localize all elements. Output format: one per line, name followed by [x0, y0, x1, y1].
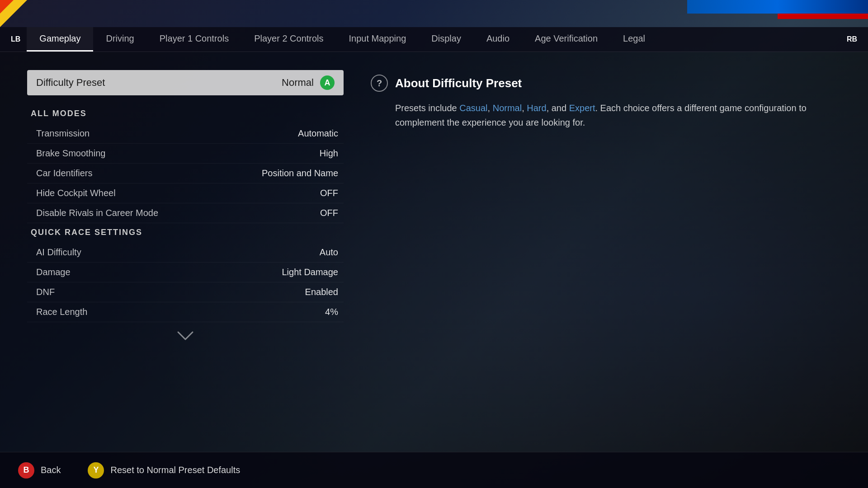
reset-action[interactable]: Y Reset to Normal Preset Defaults: [88, 462, 240, 479]
setting-row-car-identifiers[interactable]: Car Identifiers Position and Name: [27, 164, 344, 183]
tab-inputmapping[interactable]: Input Mapping: [336, 27, 419, 52]
transmission-label: Transmission: [36, 128, 90, 139]
info-link-normal: Normal: [493, 103, 522, 113]
all-modes-section-header: ALL MODES: [27, 104, 344, 122]
info-body-prefix: Presets include: [395, 103, 459, 113]
tab-legal[interactable]: Legal: [610, 27, 658, 52]
disable-rivals-value: OFF: [320, 208, 338, 218]
race-length-value: 4%: [325, 307, 338, 317]
dnf-value: Enabled: [305, 287, 338, 297]
ai-difficulty-value: Auto: [320, 247, 338, 258]
top-left-decoration: [0, 0, 27, 27]
back-action[interactable]: B Back: [18, 462, 61, 479]
difficulty-preset-value: Normal A: [282, 75, 335, 90]
info-body: Presets include Casual, Normal, Hard, an…: [371, 101, 841, 130]
info-panel: ? About Difficulty Preset Presets includ…: [371, 70, 841, 434]
tab-audio[interactable]: Audio: [474, 27, 522, 52]
rb-button[interactable]: RB: [840, 27, 863, 52]
info-and-text: , and: [547, 103, 569, 113]
brake-smoothing-value: High: [320, 148, 338, 159]
info-link-hard: Hard: [527, 103, 546, 113]
setting-row-race-length[interactable]: Race Length 4%: [27, 302, 344, 322]
info-link-casual: Casual: [459, 103, 487, 113]
bottom-bar: B Back Y Reset to Normal Preset Defaults: [0, 452, 868, 488]
disable-rivals-label: Disable Rivals in Career Mode: [36, 208, 158, 218]
hide-cockpit-wheel-value: OFF: [320, 188, 338, 198]
tab-player2controls[interactable]: Player 2 Controls: [241, 27, 336, 52]
car-identifiers-value: Position and Name: [262, 168, 338, 178]
info-title: About Difficulty Preset: [395, 76, 522, 90]
settings-panel: Difficulty Preset Normal A ALL MODES Tra…: [27, 70, 344, 434]
top-right-decoration: [687, 0, 868, 14]
damage-label: Damage: [36, 267, 71, 277]
dnf-label: DNF: [36, 287, 55, 297]
a-button[interactable]: A: [320, 75, 335, 90]
back-label: Back: [41, 465, 61, 475]
tab-gameplay[interactable]: Gameplay: [27, 27, 93, 52]
info-comma1: ,: [488, 103, 493, 113]
difficulty-preset-current-value: Normal: [282, 77, 314, 89]
difficulty-preset-label: Difficulty Preset: [36, 77, 105, 89]
car-identifiers-label: Car Identifiers: [36, 168, 93, 178]
hide-cockpit-wheel-label: Hide Cockpit Wheel: [36, 188, 116, 198]
setting-row-disable-rivals[interactable]: Disable Rivals in Career Mode OFF: [27, 203, 344, 223]
b-button[interactable]: B: [18, 462, 34, 479]
setting-row-damage[interactable]: Damage Light Damage: [27, 263, 344, 282]
setting-row-brake-smoothing[interactable]: Brake Smoothing High: [27, 144, 344, 164]
tab-display[interactable]: Display: [419, 27, 474, 52]
damage-value: Light Damage: [282, 267, 338, 277]
tab-driving[interactable]: Driving: [93, 27, 146, 52]
quick-race-section-header: QUICK RACE SETTINGS: [27, 223, 344, 241]
ai-difficulty-label: AI Difficulty: [36, 247, 81, 258]
setting-row-hide-cockpit-wheel[interactable]: Hide Cockpit Wheel OFF: [27, 183, 344, 203]
info-link-expert: Expert: [569, 103, 595, 113]
reset-label: Reset to Normal Preset Defaults: [110, 465, 240, 475]
setting-row-dnf[interactable]: DNF Enabled: [27, 282, 344, 302]
info-header: ? About Difficulty Preset: [371, 75, 841, 92]
question-icon: ?: [371, 75, 388, 92]
scroll-down-arrow: [27, 330, 344, 341]
tab-player1controls[interactable]: Player 1 Controls: [147, 27, 241, 52]
brake-smoothing-label: Brake Smoothing: [36, 148, 105, 159]
tab-ageverification[interactable]: Age Verification: [522, 27, 610, 52]
y-button[interactable]: Y: [88, 462, 104, 479]
navigation-bar: LB Gameplay Driving Player 1 Controls Pl…: [0, 27, 868, 52]
main-content: Difficulty Preset Normal A ALL MODES Tra…: [0, 52, 868, 452]
transmission-value: Automatic: [298, 128, 338, 139]
setting-row-transmission[interactable]: Transmission Automatic: [27, 124, 344, 144]
info-comma2: ,: [522, 103, 527, 113]
difficulty-preset-row[interactable]: Difficulty Preset Normal A: [27, 70, 344, 95]
setting-row-ai-difficulty[interactable]: AI Difficulty Auto: [27, 243, 344, 263]
race-length-label: Race Length: [36, 307, 87, 317]
lb-button[interactable]: LB: [5, 27, 27, 52]
